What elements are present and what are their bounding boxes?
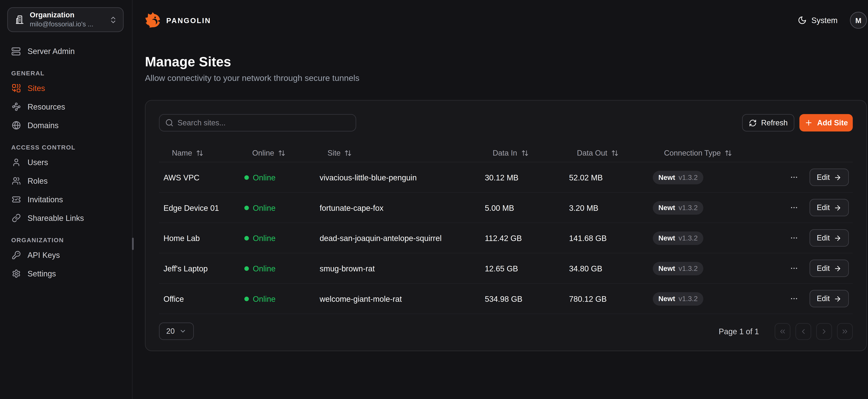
brand: PANGOLIN [145, 12, 211, 29]
connection-badge: Newt v1.3.2 [653, 201, 703, 214]
row-more-button[interactable] [789, 293, 799, 304]
sites-card: Refresh Add Site Name Online Site [145, 100, 867, 351]
edit-button[interactable]: Edit [809, 229, 849, 247]
edit-button[interactable]: Edit [809, 259, 849, 277]
page-title: Manage Sites [145, 54, 231, 70]
connection-badge: Newt v1.3.2 [653, 262, 703, 275]
org-selector[interactable]: Organization milo@fossorial.io's ... [7, 7, 124, 32]
arrow-right-icon [834, 173, 842, 181]
edit-label: Edit [817, 234, 830, 242]
topbar-right: System M [798, 12, 867, 29]
row-more-button[interactable] [789, 172, 799, 183]
row-more-button[interactable] [789, 202, 799, 213]
connection-type: Newt [658, 295, 675, 303]
page-info: Page 1 of 1 [719, 327, 759, 336]
cell-data-out: 34.80 GB [564, 264, 652, 273]
user-avatar[interactable]: M [850, 12, 867, 29]
building-icon [14, 14, 25, 25]
table-row: Jeff's Laptop Online smug-brown-rat 12.6… [159, 253, 853, 284]
last-page-button[interactable] [837, 323, 853, 340]
sidebar-item-resources[interactable]: Resources [11, 100, 121, 114]
page-size-select[interactable]: 20 [159, 323, 194, 340]
cell-online: Online [240, 234, 315, 243]
connection-badge: Newt v1.3.2 [653, 171, 703, 184]
edit-label: Edit [817, 173, 830, 182]
column-header-connection-type[interactable]: Connection Type [652, 149, 761, 157]
sidebar-item-label: Invitations [28, 195, 63, 204]
pangolin-logo-icon [145, 12, 162, 29]
sidebar-item-label: Roles [28, 176, 48, 185]
sidebar-item-invitations[interactable]: Invitations [11, 193, 121, 206]
table-row: Office Online welcome-giant-mole-rat 534… [159, 284, 853, 314]
connection-type: Newt [658, 204, 675, 212]
status-label: Online [253, 203, 276, 212]
previous-page-button[interactable] [796, 323, 811, 340]
next-page-button[interactable] [816, 323, 832, 340]
column-header-online[interactable]: Online [240, 149, 315, 157]
status-label: Online [253, 173, 276, 182]
globe-icon [11, 121, 21, 130]
sort-icon [611, 149, 619, 156]
sidebar-item-api-keys[interactable]: API Keys [11, 248, 121, 262]
cell-actions: Edit [761, 199, 853, 216]
cell-data-out: 3.20 MB [564, 203, 652, 212]
sidebar-item-label: Shareable Links [28, 214, 84, 223]
column-header-site[interactable]: Site [315, 149, 480, 157]
cell-online: Online [240, 264, 315, 273]
chevron-down-icon [179, 328, 186, 335]
edit-button[interactable]: Edit [809, 199, 849, 216]
first-page-button[interactable] [775, 323, 790, 340]
sort-icon [345, 149, 352, 156]
row-more-button[interactable] [789, 263, 799, 273]
row-more-button[interactable] [789, 233, 799, 243]
cell-online: Online [240, 173, 315, 182]
sidebar-item-settings[interactable]: Settings [11, 267, 121, 280]
sidebar-item-shareable-links[interactable]: Shareable Links [11, 211, 121, 225]
arrow-right-icon [834, 204, 842, 212]
key-icon [11, 250, 21, 259]
edit-button[interactable]: Edit [809, 168, 849, 186]
add-site-button[interactable]: Add Site [799, 114, 853, 131]
column-header-data-out[interactable]: Data Out [564, 149, 652, 157]
pagination-bar: 20 Page 1 of 1 [159, 323, 853, 340]
sidebar-item-label: Settings [28, 269, 56, 278]
sidebar-item-domains[interactable]: Domains [11, 119, 121, 132]
cell-data-in: 30.12 MB [480, 173, 564, 182]
theme-toggle[interactable]: System [798, 16, 838, 25]
sidebar-item-label: Sites [28, 84, 45, 93]
table-row: Edge Device 01 Online fortunate-cape-fox… [159, 193, 853, 223]
column-label: Site [328, 149, 341, 157]
edit-label: Edit [817, 203, 830, 212]
column-header-data-in[interactable]: Data In [480, 149, 564, 157]
cell-name: Home Lab [159, 234, 240, 243]
connection-version: v1.3.2 [679, 204, 698, 212]
app-window: Organization milo@fossorial.io's ... Ser… [0, 0, 868, 399]
status-label: Online [253, 294, 276, 303]
edit-label: Edit [817, 295, 830, 303]
cell-name: Edge Device 01 [159, 203, 240, 212]
edit-button[interactable]: Edit [809, 290, 849, 307]
sidebar-item-server-admin[interactable]: Server Admin [11, 44, 121, 58]
sidebar-item-sites[interactable]: Sites [11, 82, 121, 95]
refresh-button[interactable]: Refresh [742, 114, 795, 131]
cell-online: Online [240, 294, 315, 303]
cell-site: fortunate-cape-fox [315, 203, 480, 212]
arrow-right-icon [834, 234, 842, 242]
search-box [159, 114, 356, 131]
search-input[interactable] [159, 114, 356, 131]
connection-type: Newt [658, 173, 675, 181]
pager-controls: Page 1 of 1 [719, 323, 853, 340]
column-header-name[interactable]: Name [159, 149, 240, 157]
sidebar-item-roles[interactable]: Roles [11, 174, 121, 188]
cell-online: Online [240, 203, 315, 212]
cell-site: smug-brown-rat [315, 264, 480, 273]
arrow-right-icon [834, 295, 842, 303]
column-label: Online [252, 149, 274, 157]
connection-version: v1.3.2 [679, 295, 698, 303]
table-toolbar: Refresh Add Site [159, 114, 853, 131]
cell-actions: Edit [761, 259, 853, 277]
sidebar-resize-handle[interactable] [132, 238, 134, 250]
page-subtitle: Allow connectivity to your network throu… [145, 73, 360, 83]
sidebar-item-users[interactable]: Users [11, 156, 121, 169]
org-selector-text: Organization milo@fossorial.io's ... [30, 11, 104, 28]
